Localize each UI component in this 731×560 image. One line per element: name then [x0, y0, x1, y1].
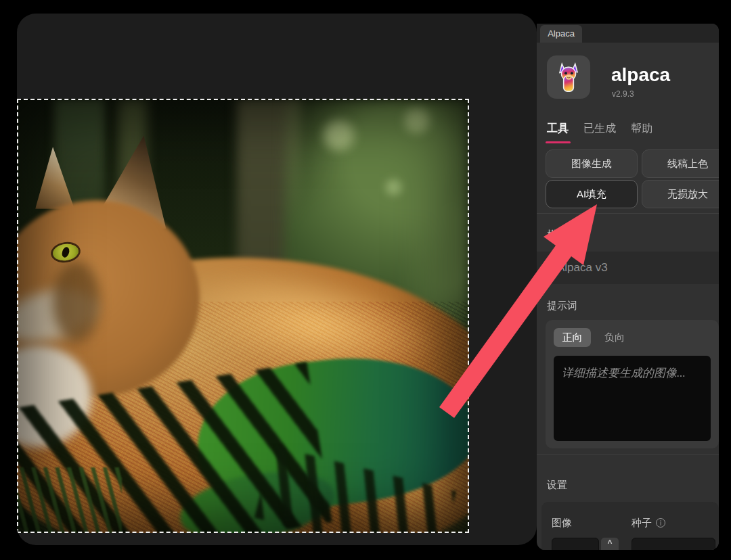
- prompt-tab-negative[interactable]: 负向: [604, 328, 625, 347]
- active-tab-underline: [546, 141, 571, 143]
- brand-version: v2.9.3: [612, 89, 634, 99]
- settings-label: 设置: [547, 479, 567, 492]
- image-count-input[interactable]: [552, 538, 599, 550]
- model-select[interactable]: Alpaca v3: [537, 252, 719, 284]
- prompt-box: 正向 负向: [546, 320, 719, 448]
- tool-button-upscale[interactable]: 无损放大: [642, 180, 719, 208]
- model-label: 模型i: [547, 229, 581, 241]
- divider: [537, 213, 719, 214]
- prompt-tab-positive[interactable]: 正向: [554, 328, 591, 347]
- canvas-panel: [17, 14, 537, 545]
- info-icon[interactable]: i: [656, 518, 665, 528]
- tab-tools[interactable]: 工具: [547, 122, 569, 134]
- prompt-textarea[interactable]: [554, 356, 711, 441]
- tab-help[interactable]: 帮助: [631, 122, 652, 134]
- seed-label: 种子i: [632, 517, 665, 530]
- app-window: Alpaca: [0, 0, 731, 560]
- tool-button-ai-fill[interactable]: AI填充: [546, 180, 638, 208]
- stepper-up-icon[interactable]: ^: [601, 538, 619, 550]
- tool-button-lineart-color[interactable]: 线稿上色: [642, 149, 719, 178]
- tab-generated[interactable]: 已生成: [583, 122, 616, 134]
- settings-block: 图像 种子i ^: [541, 502, 719, 550]
- tool-button-image-generate[interactable]: 图像生成: [546, 149, 638, 178]
- section-tabs: 工具已生成帮助: [547, 122, 667, 136]
- alpaca-logo-icon: [547, 55, 590, 99]
- vignette: [17, 99, 469, 533]
- prompt-label: 提示词: [547, 300, 577, 312]
- divider: [537, 454, 719, 454]
- info-icon[interactable]: i: [571, 230, 581, 239]
- brand-name: alpaca: [611, 64, 670, 86]
- panel-tab-alpaca[interactable]: Alpaca: [540, 25, 582, 43]
- canvas-image-selection[interactable]: [17, 99, 469, 533]
- seed-input[interactable]: [632, 538, 715, 550]
- image-count-label: 图像: [552, 517, 572, 530]
- alpaca-plugin-panel: Alpaca: [537, 24, 719, 550]
- panel-tabstrip: Alpaca: [537, 24, 719, 43]
